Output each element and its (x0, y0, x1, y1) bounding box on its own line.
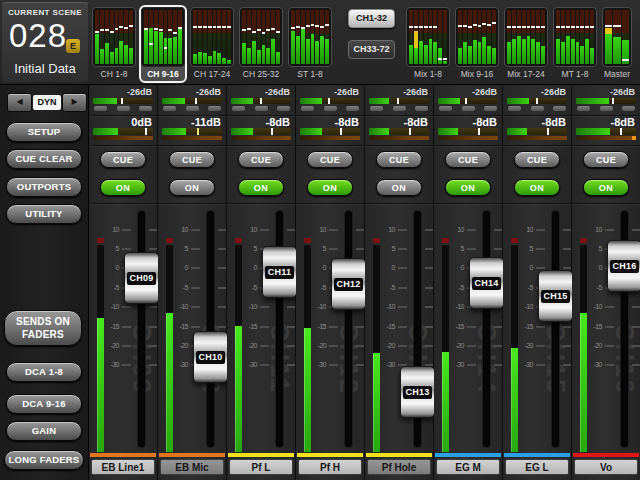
nav-fader-dash (301, 27, 305, 29)
channel-name-box[interactable]: Vo (574, 459, 638, 475)
outports-button[interactable]: OUTPORTS (6, 177, 82, 197)
channel-name-box[interactable]: EG L (505, 459, 569, 475)
nav-meter-level (512, 39, 516, 64)
sends-on-faders-button[interactable]: SENDS ON FADERS (4, 310, 82, 346)
scale-label: 10 (304, 226, 326, 233)
cue-button[interactable]: CUE (583, 151, 629, 168)
nav-block-st-1-8[interactable]: ST 1-8 (288, 7, 332, 81)
on-button[interactable]: ON (169, 179, 215, 196)
scale-tick (605, 229, 614, 231)
nav-meter-level (213, 51, 217, 64)
nav-meter-level (419, 41, 423, 64)
cue-button[interactable]: CUE (514, 151, 560, 168)
level-meter-horizontal (369, 128, 429, 135)
fader-knob-ch16[interactable]: CH16 (607, 240, 640, 292)
on-button[interactable]: ON (583, 179, 629, 196)
level-meter-horizontal (162, 128, 222, 135)
on-button[interactable]: ON (445, 179, 491, 196)
fader-knob-ch13[interactable]: CH13 (400, 366, 435, 418)
scale-tick (218, 229, 226, 231)
nav-block-mix-17-24[interactable]: Mix 17-24 (504, 7, 548, 81)
channel-name-box[interactable]: EB Mic (160, 459, 224, 475)
nav-fader-dash (571, 26, 575, 28)
nav-block-mix-1-8[interactable]: Mix 1-8 (406, 7, 450, 81)
nav-meter-column (433, 10, 437, 64)
fader-track[interactable] (344, 210, 353, 448)
cue-button[interactable]: CUE (169, 151, 215, 168)
on-button[interactable]: ON (514, 179, 560, 196)
fader-knob-label: CH10 (196, 351, 225, 364)
nav-meter-column (517, 10, 521, 64)
scale-label: -30 (373, 361, 395, 368)
nav-block-mt-1-8[interactable]: MT 1-8 (553, 7, 597, 81)
nav-block-ch-1-8[interactable]: CH 1-8 (92, 7, 136, 81)
utility-button[interactable]: UTILITY (6, 204, 82, 224)
dca-1-8-button[interactable]: DCA 1-8 (6, 362, 82, 382)
nav-block-ch-25-32[interactable]: CH 25-32 (239, 7, 283, 81)
fader-knob-ch11[interactable]: CH11 (262, 246, 297, 298)
fader-track[interactable] (551, 210, 560, 448)
nav-meter-column (419, 10, 423, 64)
fader-track[interactable] (482, 210, 491, 448)
fader-knob-ch15[interactable]: CH15 (538, 270, 573, 322)
nav-block-mix-9-16[interactable]: Mix 9-16 (455, 7, 499, 81)
nav-meter-column (242, 10, 246, 64)
bank-button-ch1-32[interactable]: CH1-32 (348, 9, 395, 28)
scale-label: -20 (442, 342, 464, 349)
bank-button-ch33-72[interactable]: CH33-72 (348, 40, 395, 59)
cue-button[interactable]: CUE (100, 151, 146, 168)
nav-block-ch-9-16[interactable]: CH 9-16 (139, 5, 187, 83)
nav-fader-dash (419, 26, 423, 28)
on-button[interactable]: ON (238, 179, 284, 196)
cue-button[interactable]: CUE (238, 151, 284, 168)
cue-button[interactable]: CUE (445, 151, 491, 168)
nav-meter-column (217, 10, 221, 64)
fader-knob-ch12[interactable]: CH12 (331, 258, 366, 310)
channel-name-box[interactable]: Pf L (229, 459, 293, 475)
scale-label: -15 (304, 323, 326, 330)
nav-meter-level (129, 48, 133, 64)
on-button[interactable]: ON (100, 179, 146, 196)
cue-clear-button[interactable]: CUE CLEAR (6, 149, 82, 169)
nav-block-master[interactable]: Master (602, 7, 632, 81)
setup-button[interactable]: SETUP (6, 122, 82, 142)
channel-name-box[interactable]: EB Line1 (91, 459, 155, 475)
scale-tick (467, 364, 476, 366)
current-scene-panel[interactable]: CURRENT SCENE 028 E Initial Data (2, 2, 88, 82)
nav-block-ch-17-24[interactable]: CH 17-24 (190, 7, 234, 81)
scale-tick (536, 326, 545, 328)
prev-arrow-icon[interactable]: ◀ (7, 93, 32, 112)
nav-meter-level (473, 40, 477, 64)
dyn-indicator (439, 106, 452, 111)
nav-block-label: Master (602, 67, 632, 81)
nav-fader-dash (252, 31, 256, 33)
fader-knob-ch10[interactable]: CH10 (193, 331, 228, 383)
channel-strips-area: -26dB 0dB CUE ON CH09 1050-5- (89, 85, 640, 480)
fader-position-tick (145, 128, 147, 135)
scale-label: 0 (373, 264, 395, 271)
scale-tick (632, 345, 640, 347)
fader-track[interactable] (137, 210, 146, 448)
cue-button[interactable]: CUE (307, 151, 353, 168)
fader-knob-ch09[interactable]: CH09 (124, 252, 159, 304)
scale-label: -10 (166, 303, 188, 310)
on-button[interactable]: ON (307, 179, 353, 196)
fader-track[interactable] (206, 210, 215, 448)
gain-button[interactable]: GAIN (6, 421, 82, 441)
next-arrow-icon[interactable]: ▶ (62, 93, 87, 112)
scale-label: -20 (511, 342, 533, 349)
fader-knob-ch14[interactable]: CH14 (469, 257, 504, 309)
dyn-meter-fill (438, 98, 460, 104)
dyn-indicator (415, 106, 428, 111)
long-faders-button[interactable]: LONG FADERS (4, 450, 84, 470)
cue-button[interactable]: CUE (376, 151, 422, 168)
dyn-indicators (439, 106, 497, 111)
nav-meter-column (531, 10, 535, 64)
channel-name-box[interactable]: Pf H (298, 459, 362, 475)
nav-meter-column (473, 10, 477, 64)
channel-name-box[interactable]: EG M (436, 459, 500, 475)
nav-mini-meter (92, 7, 136, 67)
channel-name-box[interactable]: Pf Hole (367, 459, 431, 475)
dca-9-16-button[interactable]: DCA 9-16 (6, 394, 82, 414)
on-button[interactable]: ON (376, 179, 422, 196)
